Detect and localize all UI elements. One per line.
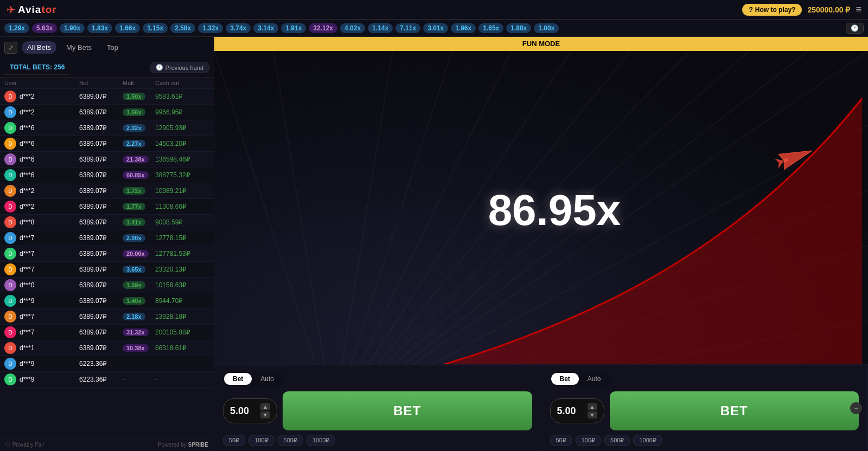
mult-badge-19[interactable]: 1.00x [534,23,559,33]
bet-tab-1-auto[interactable]: Auto [252,373,283,385]
cashout-value: 10989.21₽ [155,187,209,195]
quick-amounts-2: 50₽ 100₽ 500₽ 1000₽ [550,435,859,446]
mult-tag: 20.00x [123,250,149,257]
mult-value: 10.38x [123,344,155,352]
quick-50-2[interactable]: 50₽ [550,435,572,446]
amount-down-2[interactable]: ▼ [588,411,597,418]
user-cell: Dd***2 [4,185,79,197]
mult-badge-7[interactable]: 1.32x [198,23,223,33]
cashout-value: 23320.13₽ [155,266,209,273]
cashout-value: 11308.66₽ [155,203,209,210]
amount-up-1[interactable]: ▲ [260,403,270,410]
mult-value: 20.00x [123,250,155,257]
tab-top[interactable]: Top [101,41,124,54]
mult-badge-2[interactable]: 1.90x [60,23,85,33]
quick-1000-1[interactable]: 1000₽ [307,435,335,446]
quick-500-1[interactable]: 500₽ [278,435,303,446]
mult-badge-11[interactable]: 32.12x [309,23,337,33]
bet-value: 6389.07₽ [79,203,123,210]
menu-icon[interactable]: ≡ [856,4,861,15]
mult-badge-13[interactable]: 1.14x [368,23,393,33]
cashout-value: - [155,360,209,368]
avatar: D [4,263,16,275]
how-to-play-button[interactable]: ?How to play? [742,4,802,16]
mult-dash: - [123,360,125,368]
mult-badge-10[interactable]: 1.91x [281,23,306,33]
mult-value: - [123,360,155,368]
mult-badge-15[interactable]: 3.01x [423,23,448,33]
cashout-value: 12778.15₽ [155,234,209,242]
multiplier-history-button[interactable]: 🕐 [846,23,864,34]
mult-value: 21.38x [123,156,155,163]
username: d***7 [20,266,34,273]
quick-100-2[interactable]: 100₽ [576,435,601,446]
bet-value: 6389.07₽ [79,313,123,320]
table-row: Dd***96223.36₽-- [0,372,214,388]
mult-value: 3.65x [123,266,155,273]
username: d***9 [20,297,34,305]
mult-badge-14[interactable]: 7.11x [395,23,420,33]
mult-tag: 1.41x [123,218,145,226]
tab-all-bets[interactable]: All Bets [22,41,56,54]
bet-tab-1-bet[interactable]: Bet [224,373,252,385]
username: d***7 [20,328,34,336]
amount-up-2[interactable]: ▲ [588,403,597,410]
quick-50-1[interactable]: 50₽ [223,435,245,446]
quick-500-2[interactable]: 500₽ [604,435,630,446]
bet-value: 6389.07₽ [79,344,123,352]
mult-badge-3[interactable]: 1.83x [87,23,112,33]
avatar: D [4,295,16,307]
multiplier-display: 86.95x [488,185,621,235]
mult-badge-9[interactable]: 3.14x [253,23,278,33]
bet-tab-2-bet[interactable]: Bet [551,373,579,385]
bet-value: 6389.07₽ [79,328,123,336]
mult-badge-1[interactable]: 5.63x [32,23,57,33]
mult-badge-5[interactable]: 1.15x [143,23,168,33]
mult-tag: 2.02x [123,124,145,132]
quick-1000-2[interactable]: 1000₽ [633,435,662,446]
bet-value: 6389.07₽ [79,124,123,132]
tab-my-bets[interactable]: My Bets [61,41,97,54]
username: d***1 [20,344,34,352]
user-cell: Dd***8 [4,216,79,228]
footer-panel: 🛡 Provably Fair Powered by SPRIBE [0,438,214,451]
table-row: Dd***26389.07₽1.77x11308.66₽ [0,199,214,215]
cashout-value: 8944.70₽ [155,297,209,305]
avatar: D [4,279,16,291]
username: d***0 [20,281,34,289]
amount-spinners-2: ▲ ▼ [588,403,597,418]
close-panel-2-button[interactable]: − [850,402,862,414]
mult-badge-0[interactable]: 1.29x [4,23,29,33]
mult-tag: 2.00x [123,234,145,242]
bet-button-2[interactable]: BET [610,391,859,430]
avatar: D [4,232,16,244]
quick-100-1[interactable]: 100₽ [248,435,274,446]
mult-badge-17[interactable]: 1.65x [478,23,503,33]
mult-badge-8[interactable]: 3.74x [226,23,251,33]
username: d***2 [20,108,34,116]
mult-value: 31.32x [123,328,155,336]
bet-value: 6389.07₽ [79,156,123,163]
mult-badge-4[interactable]: 1.66x [115,23,140,33]
multiplier-bar: 1.29x5.63x1.90x1.83x1.66x1.15x2.58x1.32x… [0,20,868,37]
table-row: Dd***96223.36₽-- [0,356,214,372]
bet-tab-2-auto[interactable]: Auto [579,373,610,385]
bet-value: 6389.07₽ [79,140,123,147]
mult-badge-18[interactable]: 1.88x [506,23,531,33]
user-cell: Dd***2 [4,91,79,102]
mult-badge-12[interactable]: 4.02x [340,23,365,33]
user-cell: Dd***9 [4,295,79,307]
amount-down-1[interactable]: ▼ [260,411,270,418]
mult-badge-6[interactable]: 2.58x [170,23,195,33]
username: d***6 [20,124,34,132]
expand-button[interactable]: ⤢ [4,42,17,54]
mult-badge-16[interactable]: 1.96x [451,23,476,33]
quick-amounts-1: 50₽ 100₽ 500₽ 1000₽ [223,435,532,446]
avatar: D [4,106,16,118]
previous-hand-button[interactable]: 🕐 Previous hand [150,62,209,73]
bet-button-1[interactable]: BET [283,391,532,430]
bets-list: Dd***26389.07₽1.50x9583.61₽Dd***26389.07… [0,89,214,438]
username: d***2 [20,203,34,210]
user-cell: Dd***7 [4,326,79,338]
bets-tabs: ⤢ All Bets My Bets Top [0,37,214,58]
